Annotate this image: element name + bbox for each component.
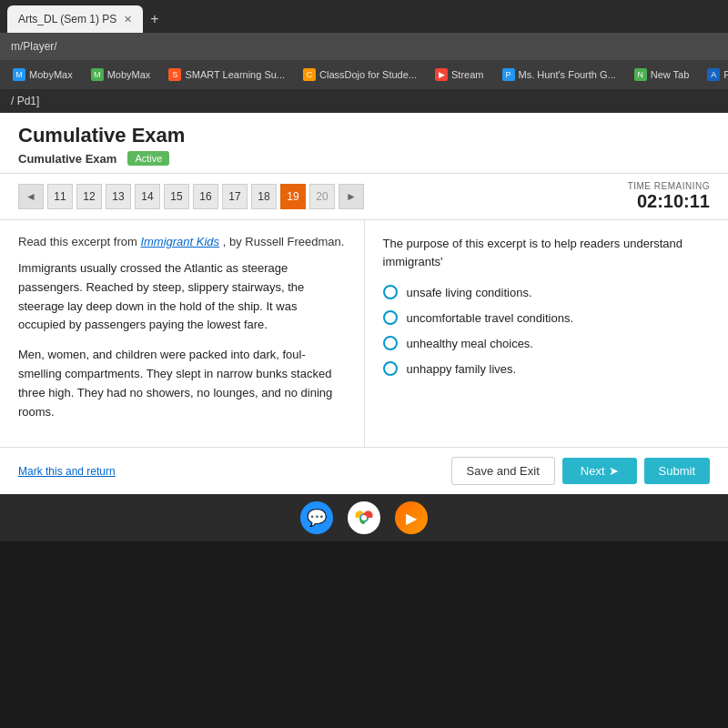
- bookmark-mobymax1[interactable]: M MobyMax: [5, 66, 80, 83]
- bookmark-newtab[interactable]: N New Tab: [627, 66, 697, 83]
- breadcrumb-text: / Pd1]: [11, 95, 39, 107]
- passage-panel: Read this excerpt from Immigrant Kids , …: [0, 220, 365, 447]
- radio-a[interactable]: [383, 285, 398, 299]
- option-text-d: unhappy family lives.: [407, 362, 517, 376]
- bookmarks-bar: M MobyMax M MobyMax S SMART Learning Su.…: [0, 60, 728, 89]
- top-breadcrumb: / Pd1]: [0, 89, 728, 113]
- bookmark-label: New Tab: [651, 69, 690, 80]
- question-area: Read this excerpt from Immigrant Kids , …: [0, 220, 728, 447]
- new-tab-icon[interactable]: +: [150, 11, 158, 27]
- radio-d[interactable]: [383, 361, 398, 376]
- radio-c[interactable]: [383, 336, 398, 350]
- prev-button[interactable]: ◄: [18, 184, 44, 209]
- question-num-12[interactable]: 12: [76, 184, 102, 209]
- bookmark-mshunt[interactable]: P Ms. Hunt's Fourth G...: [495, 66, 623, 83]
- option-text-b: uncomfortable travel conditions.: [407, 311, 574, 325]
- option-text-c: unhealthy meal choices.: [407, 337, 533, 350]
- question-num-19[interactable]: 19: [280, 184, 306, 209]
- chat-taskbar-icon[interactable]: 💬: [300, 501, 333, 534]
- bookmark-label: Pearson [: [723, 69, 728, 80]
- browser-chrome: Arts_DL (Sem 1) PS ✕ + m/Player/ M MobyM…: [0, 0, 728, 89]
- question-prompt: The purpose of this excerpt is to help r…: [383, 235, 711, 270]
- tab-close-icon[interactable]: ✕: [124, 14, 132, 25]
- bookmark-mobymax2[interactable]: M MobyMax: [84, 66, 158, 83]
- chat-icon-symbol: 💬: [307, 508, 327, 528]
- exam-subtitle-row: Cumulative Exam Active: [18, 151, 710, 166]
- bookmark-icon: C: [303, 68, 316, 81]
- question-num-17[interactable]: 17: [222, 184, 248, 209]
- author-text: , by Russell Freedman.: [223, 235, 345, 248]
- bookmark-icon: M: [91, 68, 104, 81]
- status-badge: Active: [127, 151, 169, 166]
- question-num-13[interactable]: 13: [106, 184, 131, 209]
- next-nav-button[interactable]: ►: [339, 184, 364, 209]
- bookmark-icon: N: [634, 68, 647, 81]
- tab-title: Arts_DL (Sem 1) PS: [18, 13, 116, 25]
- instruction-text: Read this excerpt from: [18, 235, 137, 248]
- mark-return-link[interactable]: Mark this and return: [18, 465, 116, 478]
- book-title: Immigrant Kids: [140, 235, 219, 248]
- chrome-taskbar-icon[interactable]: [348, 501, 380, 534]
- answer-option-b[interactable]: uncomfortable travel conditions.: [383, 310, 711, 325]
- question-num-20[interactable]: 20: [309, 184, 335, 209]
- bookmark-icon: ▶: [435, 68, 448, 81]
- exam-subtitle: Cumulative Exam: [18, 152, 116, 166]
- svg-point-1: [361, 515, 367, 521]
- active-tab[interactable]: Arts_DL (Sem 1) PS ✕: [7, 5, 143, 33]
- bookmark-classdojo[interactable]: C ClassDojo for Stude...: [296, 66, 424, 83]
- address-text: m/Player/: [11, 40, 57, 53]
- bookmark-label: ClassDojo for Stude...: [319, 69, 417, 80]
- bookmark-label: Ms. Hunt's Fourth G...: [519, 69, 616, 80]
- time-value: 02:10:11: [628, 191, 710, 212]
- radio-b[interactable]: [383, 310, 398, 325]
- next-arrow-icon: ➤: [609, 464, 619, 478]
- bookmark-icon: A: [707, 68, 720, 81]
- footer-buttons: Save and Exit Next ➤ Submit: [451, 457, 710, 485]
- passage-paragraph-2: Men, women, and children were packed int…: [18, 346, 346, 421]
- play-taskbar-icon[interactable]: ▶: [395, 501, 428, 534]
- question-num-14[interactable]: 14: [135, 184, 160, 209]
- bookmark-label: MobyMax: [29, 69, 73, 80]
- exam-title: Cumulative Exam: [18, 124, 710, 147]
- question-panel: The purpose of this excerpt is to help r…: [365, 220, 729, 447]
- time-display: TIME REMAINING 02:10:11: [628, 181, 710, 212]
- passage-paragraph-1: Immigrants usually crossed the Atlantic …: [18, 259, 346, 335]
- save-exit-button[interactable]: Save and Exit: [451, 457, 555, 485]
- tab-bar: Arts_DL (Sem 1) PS ✕ +: [0, 0, 728, 33]
- exam-container: Cumulative Exam Cumulative Exam Active ◄…: [0, 113, 728, 494]
- answer-option-c[interactable]: unhealthy meal choices.: [383, 336, 711, 350]
- footer-bar: Mark this and return Save and Exit Next …: [0, 447, 728, 494]
- bookmark-label: Stream: [451, 69, 483, 80]
- address-bar[interactable]: m/Player/: [0, 33, 728, 60]
- exam-header: Cumulative Exam Cumulative Exam Active: [0, 113, 728, 174]
- bookmark-pearson[interactable]: A Pearson [: [700, 66, 728, 83]
- question-num-16[interactable]: 16: [193, 184, 218, 209]
- play-icon-symbol: ▶: [406, 510, 417, 527]
- bookmark-icon: M: [13, 68, 25, 81]
- next-label: Next: [581, 464, 605, 478]
- answer-option-a[interactable]: unsafe living conditions.: [383, 285, 711, 299]
- next-button[interactable]: Next ➤: [562, 458, 637, 484]
- taskbar: 💬 ▶: [0, 494, 728, 541]
- bookmark-icon: S: [168, 68, 181, 81]
- answer-option-d[interactable]: unhappy family lives.: [383, 361, 711, 376]
- question-num-11[interactable]: 11: [47, 184, 73, 209]
- chrome-icon-svg: [353, 507, 375, 529]
- question-num-15[interactable]: 15: [164, 184, 189, 209]
- bookmark-stream[interactable]: ▶ Stream: [428, 66, 490, 83]
- bookmark-icon: P: [502, 68, 515, 81]
- bookmark-label: SMART Learning Su...: [185, 69, 285, 80]
- nav-row: ◄ 11 12 13 14 15 16 17 18 19 20 ► TIME R…: [0, 174, 728, 220]
- option-text-a: unsafe living conditions.: [407, 286, 532, 299]
- question-nav: ◄ 11 12 13 14 15 16 17 18 19 20 ►: [18, 184, 364, 209]
- question-num-18[interactable]: 18: [251, 184, 277, 209]
- bookmark-smart[interactable]: S SMART Learning Su...: [161, 66, 292, 83]
- submit-button[interactable]: Submit: [644, 458, 710, 484]
- bookmark-label: MobyMax: [107, 69, 151, 80]
- passage-instruction: Read this excerpt from Immigrant Kids , …: [18, 235, 346, 248]
- time-label: TIME REMAINING: [628, 181, 710, 191]
